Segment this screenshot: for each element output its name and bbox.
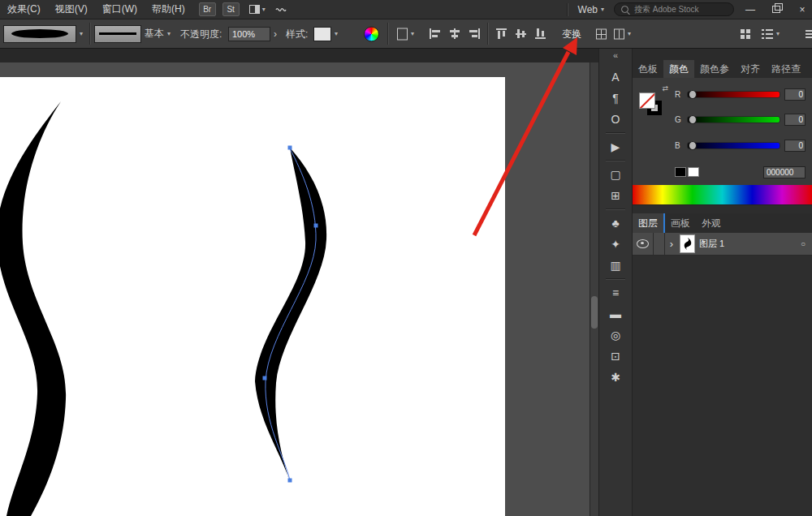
bridge-button[interactable]: Br bbox=[199, 2, 216, 16]
menu-help[interactable]: 帮助(H) bbox=[145, 0, 192, 19]
search-icon bbox=[621, 6, 628, 13]
tab-swatches[interactable]: 色板 bbox=[633, 60, 663, 78]
slider-thumb[interactable] bbox=[689, 115, 697, 124]
blue-slider[interactable] bbox=[687, 142, 780, 149]
black-swatch[interactable] bbox=[675, 167, 686, 177]
align-right-button[interactable] bbox=[466, 26, 482, 42]
align-horizontal-group bbox=[427, 26, 482, 42]
vertical-scrollbar[interactable] bbox=[590, 62, 598, 516]
tab-color-guide[interactable]: 颜色参 bbox=[694, 60, 735, 78]
align-bottom-button[interactable] bbox=[533, 26, 549, 42]
pathfinder-dropdown[interactable]: ▾ bbox=[614, 28, 631, 39]
brushes-panel-icon[interactable]: ✦ bbox=[602, 234, 629, 255]
right-panels: 色板 颜色 颜色参 对齐 路径查 ⇄ R G bbox=[633, 49, 812, 516]
channel-sliders: R G B bbox=[675, 88, 806, 178]
artboard[interactable] bbox=[0, 77, 505, 516]
arrange-documents-dropdown[interactable]: ▾ bbox=[249, 5, 266, 14]
swap-fill-stroke-icon[interactable]: ⇄ bbox=[662, 84, 668, 92]
layer-thumbnail[interactable] bbox=[680, 234, 695, 253]
slider-thumb[interactable] bbox=[689, 141, 697, 150]
clipped-edge-button[interactable] bbox=[806, 29, 812, 39]
paragraph-styles-panel-icon[interactable]: ¶ bbox=[602, 88, 629, 109]
tab-align[interactable]: 对齐 bbox=[735, 60, 766, 78]
hex-value-input[interactable] bbox=[763, 166, 806, 178]
minimize-button[interactable]: — bbox=[741, 0, 760, 19]
anchor-point[interactable] bbox=[288, 146, 292, 150]
actions-panel-icon[interactable]: ▶ bbox=[602, 136, 629, 157]
width-profile-dropdown[interactable]: ▾ bbox=[3, 25, 83, 43]
disclosure-icon[interactable]: › bbox=[665, 238, 678, 250]
stock-search-box[interactable] bbox=[614, 2, 734, 16]
links-panel-icon[interactable]: ⊡ bbox=[602, 346, 629, 367]
opentype-panel-icon[interactable]: O bbox=[602, 109, 629, 130]
tab-pathfinder[interactable]: 路径查 bbox=[766, 60, 806, 78]
main-area: « A ¶ O ▶ ▢ ⊞ ♣ ✦ ▥ ≡ ▬ ◎ ⊡ ✱ 色板 颜色 颜色参 … bbox=[0, 49, 812, 516]
tab-color[interactable]: 颜色 bbox=[663, 60, 694, 78]
anchor-point[interactable] bbox=[314, 224, 318, 228]
scrollbar-thumb[interactable] bbox=[591, 296, 598, 329]
green-channel-row: G bbox=[675, 114, 806, 127]
search-input[interactable] bbox=[633, 4, 727, 15]
anchor-point[interactable] bbox=[263, 376, 267, 381]
red-value-input[interactable] bbox=[784, 88, 806, 101]
anchor-point[interactable] bbox=[288, 479, 292, 483]
menu-view[interactable]: 视图(V) bbox=[48, 0, 95, 19]
navigator-panel-icon[interactable]: ◎ bbox=[602, 325, 629, 346]
chevron-down-icon: ▾ bbox=[776, 31, 780, 37]
workspace-label: Web bbox=[578, 4, 598, 15]
layer-target-icon[interactable]: ○ bbox=[801, 239, 806, 248]
settings-panel-icon[interactable]: ✱ bbox=[602, 367, 629, 388]
workspace-switcher[interactable]: Web ▾ bbox=[575, 4, 607, 15]
share-icon[interactable] bbox=[275, 5, 287, 15]
artboards-panel-icon[interactable]: ▢ bbox=[602, 164, 629, 185]
white-swatch[interactable] bbox=[688, 167, 699, 177]
layer-row[interactable]: › 图层 1 ○ bbox=[633, 233, 812, 256]
pattern-options-panel-icon[interactable]: ⊞ bbox=[602, 185, 629, 206]
panel-options-dropdown[interactable]: ▾ bbox=[762, 29, 780, 39]
stock-button[interactable]: St bbox=[222, 2, 240, 16]
lock-cell[interactable] bbox=[654, 233, 665, 255]
slider-thumb[interactable] bbox=[689, 90, 697, 99]
recolor-artwork-button[interactable] bbox=[364, 26, 379, 41]
character-styles-panel-icon[interactable]: A bbox=[602, 67, 629, 88]
menu-effect[interactable]: 效果(C) bbox=[0, 0, 48, 19]
opacity-flyout-icon[interactable]: › bbox=[274, 28, 277, 40]
opacity-input[interactable] bbox=[228, 27, 270, 41]
fill-stroke-indicator[interactable]: ⇄ bbox=[637, 88, 670, 122]
gradient-panel-icon[interactable]: ▬ bbox=[602, 303, 629, 325]
layer-name[interactable]: 图层 1 bbox=[699, 238, 801, 250]
canvas-area[interactable] bbox=[0, 49, 598, 516]
tab-appearance[interactable]: 外观 bbox=[696, 213, 727, 233]
align-top-button[interactable] bbox=[494, 26, 510, 42]
align-middle-vertical-button[interactable] bbox=[513, 26, 529, 42]
document-setup-dropdown[interactable]: ▾ bbox=[397, 28, 414, 40]
brush-definition-dropdown[interactable]: 基本 ▾ bbox=[94, 25, 171, 43]
chevron-down-icon: ▾ bbox=[601, 6, 604, 13]
divider bbox=[487, 23, 489, 45]
chevron-down-icon: ▾ bbox=[411, 31, 414, 37]
red-slider[interactable] bbox=[687, 91, 780, 98]
transform-button[interactable]: 变换 bbox=[562, 27, 581, 41]
divider bbox=[606, 209, 625, 210]
align-left-button[interactable] bbox=[427, 26, 443, 42]
green-value-input[interactable] bbox=[784, 114, 806, 126]
close-button[interactable]: × bbox=[793, 0, 812, 19]
graph-panel-icon[interactable]: ▥ bbox=[602, 255, 629, 276]
menu-window[interactable]: 窗口(W) bbox=[95, 0, 145, 19]
expand-panels-icon[interactable]: « bbox=[613, 50, 618, 60]
transform-panel-button[interactable] bbox=[596, 28, 607, 39]
style-dropdown[interactable]: ▾ bbox=[313, 27, 338, 41]
symbols-panel-icon[interactable]: ♣ bbox=[602, 213, 629, 234]
color-spectrum-bar[interactable] bbox=[633, 185, 812, 204]
restore-button[interactable] bbox=[767, 0, 786, 19]
align-center-horizontal-button[interactable] bbox=[447, 26, 463, 42]
blue-value-input[interactable] bbox=[784, 140, 806, 152]
app-grid-button[interactable] bbox=[741, 29, 750, 39]
fill-color-swatch[interactable] bbox=[639, 92, 655, 109]
visibility-cell[interactable] bbox=[633, 233, 654, 255]
tab-artboards[interactable]: 画板 bbox=[665, 213, 696, 233]
tab-layers[interactable]: 图层 bbox=[633, 213, 665, 233]
dock-header: « bbox=[599, 49, 632, 62]
green-slider[interactable] bbox=[687, 116, 780, 123]
stroke-panel-icon[interactable]: ≡ bbox=[602, 282, 629, 303]
